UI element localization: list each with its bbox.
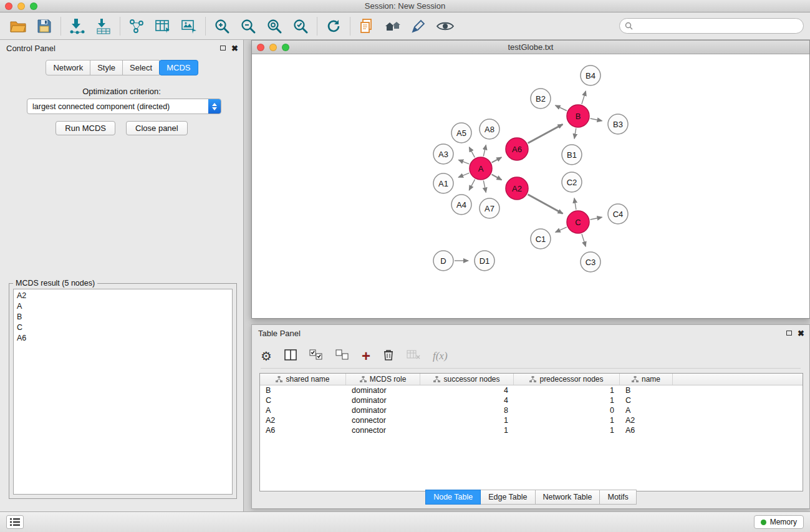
export-image-icon[interactable] [176,15,202,37]
table-row[interactable]: Bdominator41B [260,385,803,395]
list-item[interactable]: A [14,301,232,312]
node-C[interactable]: C [567,211,589,233]
duplicate-file-icon[interactable] [354,15,380,37]
edge-A2-C[interactable] [528,195,563,214]
node-A1[interactable]: A1 [433,173,453,193]
close-table-panel-icon[interactable]: ✖ [798,329,804,337]
mcds-result-list[interactable]: A2ABCA6 [13,289,233,495]
edge-B-B3[interactable] [591,118,602,121]
table-settings-gear-icon[interactable]: ⚙ [261,350,272,362]
edge-B-B4[interactable] [582,91,586,104]
node-A4[interactable]: A4 [451,195,471,215]
node-A6[interactable]: A6 [506,138,528,160]
node-C3[interactable]: C3 [581,252,600,272]
edge-A-A8[interactable] [483,145,486,156]
task-history-button[interactable] [6,515,24,529]
float-table-panel-icon[interactable] [786,331,792,336]
tab-style[interactable]: Style [90,60,123,75]
node-B2[interactable]: B2 [531,89,551,109]
close-panel-button[interactable]: Close panel [126,121,188,135]
table-row[interactable]: Adominator80A [260,405,803,415]
status-bar: Memory [0,511,810,532]
tab-motifs[interactable]: Motifs [599,490,636,505]
tab-network-table[interactable]: Network Table [535,490,600,505]
node-D1[interactable]: D1 [475,251,494,271]
column-header-name[interactable]: name [620,374,673,385]
tab-node-table[interactable]: Node Table [425,490,481,505]
list-item[interactable]: C [14,322,232,333]
edge-A-A3[interactable] [458,160,469,164]
edge-C-C2[interactable] [574,198,576,210]
refresh-layout-icon[interactable] [321,15,347,37]
table-row[interactable]: A2connector11A2 [260,415,803,425]
delete-column-trash-icon[interactable] [383,349,394,364]
import-table-from-file-icon[interactable] [90,15,117,37]
new-table-icon[interactable] [150,15,176,37]
node-A[interactable]: A [470,157,492,180]
node-A2[interactable]: A2 [506,177,528,200]
edge-A-A6[interactable] [492,157,502,162]
edge-B-B2[interactable] [556,105,567,111]
node-A5[interactable]: A5 [451,123,471,143]
edge-C-C4[interactable] [591,217,602,220]
zoom-fit-icon[interactable] [261,15,287,37]
edge-A-A5[interactable] [469,147,475,158]
tab-edge-table[interactable]: Edge Table [480,490,535,505]
tab-network[interactable]: Network [46,60,90,75]
select-all-columns-icon[interactable] [309,349,323,363]
column-header-MCDS-role[interactable]: MCDS role [346,374,420,385]
network-canvas[interactable]: B4B2BB3A5A8A6A3B1AC2A1A2A4A7C4CC1DD1C3 [252,54,809,318]
node-A3[interactable]: A3 [433,144,453,164]
list-item[interactable]: A6 [14,333,232,344]
node-B3[interactable]: B3 [608,114,628,134]
add-column-icon[interactable]: + [362,349,370,364]
node-C2[interactable]: C2 [562,172,582,192]
node-D[interactable]: D [433,251,453,271]
column-header-predecessor-nodes[interactable]: predecessor nodes [514,374,620,385]
style-brush-icon[interactable] [406,15,432,37]
close-panel-icon[interactable]: ✖ [231,44,238,52]
list-item[interactable]: B [14,312,232,322]
function-builder-icon[interactable]: f(x) [433,350,448,362]
float-panel-icon[interactable] [220,46,226,51]
node-B1[interactable]: B1 [562,145,582,165]
edge-C-C3[interactable] [582,234,586,246]
task-list-icon [10,518,20,526]
column-header-successor-nodes[interactable]: successor nodes [420,374,514,385]
edge-A-A2[interactable] [492,175,502,180]
node-C1[interactable]: C1 [531,229,551,249]
node-table: shared nameMCDS rolesuccessor nodesprede… [259,373,803,491]
open-session-icon[interactable] [5,15,31,37]
new-network-icon[interactable] [123,15,150,37]
tab-select[interactable]: Select [122,60,160,75]
zoom-in-icon[interactable] [209,15,235,37]
show-details-eye-icon[interactable] [432,15,458,37]
node-A8[interactable]: A8 [480,119,499,139]
memory-button[interactable]: Memory [754,515,804,529]
run-mcds-button[interactable]: Run MCDS [55,121,115,135]
edge-A6-B[interactable] [528,124,563,143]
table-row[interactable]: Cdominator41C [260,395,803,405]
zoom-out-icon[interactable] [235,15,261,37]
edge-C-C1[interactable] [556,227,567,232]
edge-A-A1[interactable] [458,173,469,177]
deselect-all-columns-icon[interactable] [335,349,349,363]
list-item[interactable]: A2 [14,291,232,301]
node-C4[interactable]: C4 [608,204,628,224]
zoom-selected-icon[interactable] [287,15,314,37]
tab-mcds[interactable]: MCDS [159,60,198,75]
edge-B-B1[interactable] [574,128,576,139]
edge-A-A4[interactable] [469,180,475,191]
home-icon[interactable] [380,15,406,37]
node-B[interactable]: B [567,105,589,127]
node-A7[interactable]: A7 [480,198,499,218]
search-input[interactable] [636,20,803,32]
show-columns-icon[interactable] [284,349,297,363]
table-row[interactable]: A6connector11A6 [260,425,803,435]
import-network-from-file-icon[interactable] [64,15,90,37]
edge-A-A7[interactable] [483,181,486,193]
optimization-criterion-select[interactable]: largest connected component (directed) [27,99,221,114]
node-B4[interactable]: B4 [581,65,600,85]
column-header-shared-name[interactable]: shared name [260,374,346,385]
save-session-icon[interactable] [31,15,57,37]
